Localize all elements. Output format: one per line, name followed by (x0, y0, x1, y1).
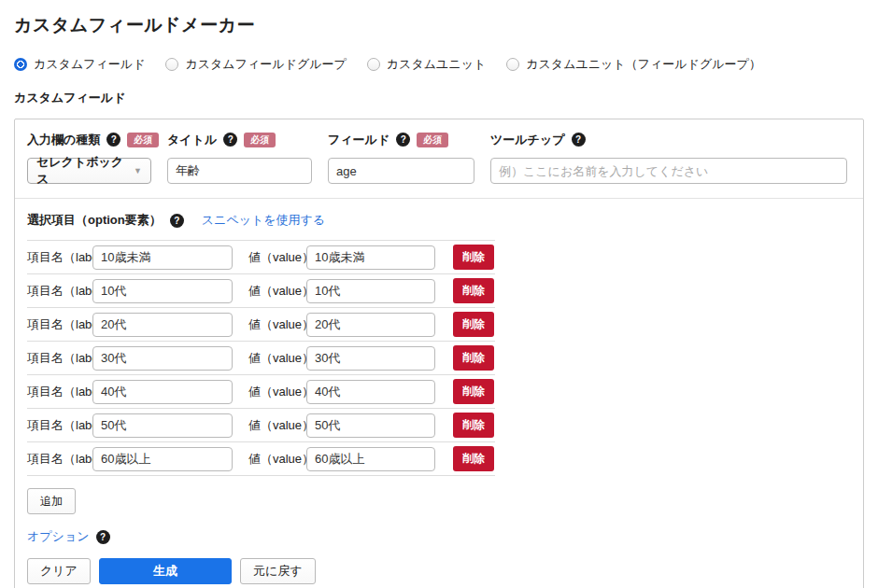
option-value-input[interactable] (306, 279, 435, 303)
options-link-row: オプション ? (27, 528, 851, 545)
radio-custom-unit-field-group[interactable]: カスタムユニット（フィールドグループ） (506, 56, 761, 73)
option-value-input[interactable] (306, 346, 435, 371)
options-title: 選択項目（option要素） (27, 212, 162, 229)
delete-button[interactable]: 削除 (453, 345, 494, 371)
delete-button[interactable]: 削除 (453, 446, 494, 471)
section-title: カスタムフィールド (14, 90, 864, 106)
help-icon[interactable]: ? (106, 133, 120, 147)
option-label-caption: 項目名（label） (27, 249, 92, 266)
option-value-input[interactable] (306, 313, 435, 337)
option-label-caption: 項目名（label） (27, 316, 92, 333)
option-label-input[interactable] (92, 413, 233, 438)
delete-button[interactable]: 削除 (453, 379, 494, 404)
delete-button[interactable]: 削除 (453, 312, 494, 337)
field-name-input[interactable] (328, 158, 474, 184)
option-row: 項目名（label） 値（value） 削除 (27, 374, 495, 408)
radio-unselected-icon (367, 58, 380, 71)
option-value-input[interactable] (306, 447, 435, 471)
option-label-caption: 項目名（label） (27, 350, 92, 367)
option-row: 項目名（label） 値（value） 削除 (27, 341, 495, 374)
option-value-caption: 値（value） (248, 283, 306, 300)
radio-label: カスタムユニット（フィールドグループ） (526, 56, 761, 73)
option-label-caption: 項目名（label） (27, 417, 92, 434)
custom-field-panel: 入力欄の種類 ? 必須 セレクトボックス ▼ タイトル ? 必須 (14, 119, 864, 588)
option-label-input[interactable] (92, 279, 233, 303)
delete-button[interactable]: 削除 (453, 278, 494, 303)
delete-button[interactable]: 削除 (453, 245, 494, 270)
field-label: 入力欄の種類 (27, 132, 100, 148)
option-value-input[interactable] (306, 380, 435, 404)
option-label-input[interactable] (92, 245, 233, 270)
option-label-input[interactable] (92, 380, 233, 404)
title-column: タイトル ? 必須 (167, 132, 312, 184)
option-label-input[interactable] (92, 313, 233, 337)
radio-label: カスタムユニット (387, 56, 486, 73)
radio-custom-unit[interactable]: カスタムユニット (367, 56, 486, 73)
option-row: 項目名（label） 値（value） 削除 (27, 273, 495, 307)
option-row: 項目名（label） 値（value） 削除 (27, 240, 495, 273)
option-value-input[interactable] (306, 245, 435, 270)
clear-button[interactable]: クリア (27, 558, 91, 584)
help-icon[interactable]: ? (96, 530, 110, 544)
maker-type-selector: カスタムフィールド カスタムフィールドグループ カスタムユニット カスタムユニッ… (14, 56, 864, 73)
option-value-caption: 値（value） (248, 316, 306, 333)
required-badge: 必須 (127, 133, 159, 147)
undo-button[interactable]: 元に戻す (240, 558, 316, 584)
option-value-input[interactable] (306, 413, 435, 438)
select-value: セレクトボックス (36, 154, 134, 188)
generate-button[interactable]: 生成 (99, 558, 232, 584)
option-value-caption: 値（value） (248, 350, 306, 367)
field-label: フィールド (328, 132, 389, 148)
section-divider (15, 198, 863, 199)
option-table: 項目名（label） 値（value） 削除 項目名（label） 値（valu… (27, 240, 495, 476)
input-type-select[interactable]: セレクトボックス ▼ (27, 158, 151, 184)
input-type-column: 入力欄の種類 ? 必須 セレクトボックス ▼ (27, 132, 151, 184)
tooltip-column: ツールチップ ? (490, 132, 847, 184)
option-value-caption: 値（value） (248, 417, 306, 434)
required-badge: 必須 (417, 133, 448, 147)
field-name-column: フィールド ? 必須 (328, 132, 474, 184)
radio-custom-field-group[interactable]: カスタムフィールドグループ (165, 56, 346, 73)
delete-button[interactable]: 削除 (453, 413, 494, 438)
page-title: カスタムフィールドメーカー (14, 0, 864, 37)
radio-label: カスタムフィールド (34, 56, 145, 73)
chevron-down-icon: ▼ (134, 166, 142, 175)
help-icon[interactable]: ? (396, 133, 410, 147)
field-label: ツールチップ (490, 132, 565, 148)
options-header: 選択項目（option要素） ? スニペットを使用する (27, 212, 851, 229)
option-row: 項目名（label） 値（value） 削除 (27, 441, 495, 475)
radio-custom-field[interactable]: カスタムフィールド (14, 56, 145, 73)
radio-unselected-icon (165, 58, 178, 71)
option-row: 項目名（label） 値（value） 削除 (27, 408, 495, 441)
option-label-caption: 項目名（label） (27, 283, 92, 300)
action-buttons-row: クリア 生成 元に戻す (27, 558, 851, 584)
title-input[interactable] (167, 158, 312, 184)
options-link[interactable]: オプション (27, 528, 90, 545)
option-label-caption: 項目名（label） (27, 451, 92, 468)
snippet-link[interactable]: スニペットを使用する (202, 212, 325, 229)
help-icon[interactable]: ? (223, 133, 237, 147)
option-value-caption: 値（value） (248, 249, 306, 266)
required-badge: 必須 (244, 133, 276, 147)
radio-unselected-icon (506, 58, 519, 71)
field-settings-row: 入力欄の種類 ? 必須 セレクトボックス ▼ タイトル ? 必須 (27, 132, 851, 184)
help-icon[interactable]: ? (572, 133, 586, 147)
add-option-button[interactable]: 追加 (27, 488, 76, 514)
help-icon[interactable]: ? (170, 214, 184, 228)
option-value-caption: 値（value） (248, 451, 306, 468)
field-label: タイトル (167, 132, 217, 148)
tooltip-input[interactable] (490, 158, 847, 184)
radio-selected-icon (14, 58, 27, 71)
page: カスタムフィールドメーカー カスタムフィールド カスタムフィールドグループ カス… (0, 0, 878, 588)
option-row: 項目名（label） 値（value） 削除 (27, 307, 495, 341)
radio-label: カスタムフィールドグループ (185, 56, 346, 73)
option-label-input[interactable] (92, 346, 233, 371)
option-label-caption: 項目名（label） (27, 384, 92, 400)
option-value-caption: 値（value） (248, 384, 306, 400)
option-label-input[interactable] (92, 447, 233, 471)
